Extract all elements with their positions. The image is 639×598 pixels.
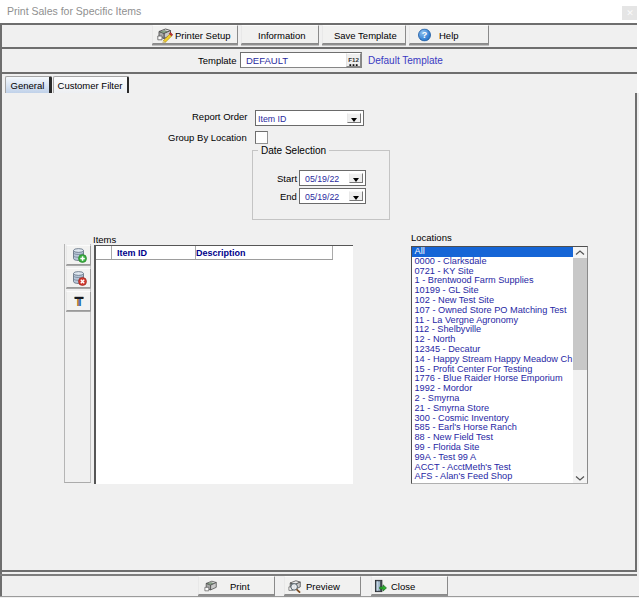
svg-text:F12: F12: [348, 56, 359, 63]
svg-text:T: T: [76, 295, 84, 308]
svg-text:?: ?: [422, 30, 428, 40]
